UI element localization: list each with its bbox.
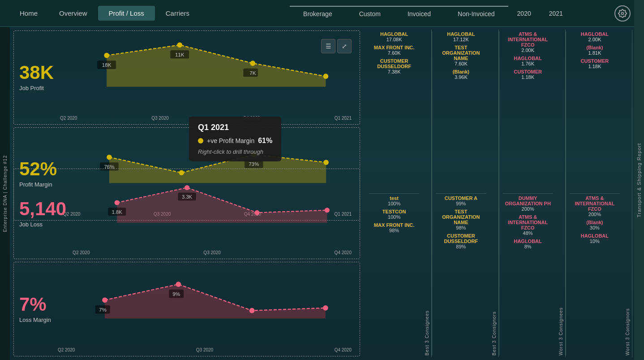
wc-lower: DUMMY ORGANIZATION PH 200% ATMS & INTERN… [503,194,553,356]
job-profit-section: 38K Job Profit [13,30,360,125]
bcr-name-2: TEST ORGANIZATION NAME [436,45,486,61]
wcr-name-2: (Blank) [570,45,620,50]
chart-tooltip: Q1 2021 +ve Profit Margin 61% Right-clic… [189,117,281,161]
profit-rows: 38K Job Profit [13,30,360,166]
wc-val-3: 1.18K [503,74,553,80]
side-label-right: Transport & Shipping Report [634,0,644,360]
wcr-upper: HAGLOBAL 2.00K (Blank) 1.81K CUSTOMER 1.… [570,31,620,194]
bc-item-3: CUSTOMER DUSSELDORF 7.38K [369,58,419,74]
svg-point-16 [323,160,329,165]
chart-icons-profit: ☰ ⤢ [321,39,352,53]
nav-year-2020[interactable]: 2020 [508,6,540,21]
tooltip-metric-label: +ve Profit Margin [207,137,254,144]
bcr-name-3: (Blank) [436,69,486,74]
wcr-val-3: 1.18K [570,64,620,69]
svg-point-23 [185,185,189,190]
wcr-name-4: ATMS & INTERNATIONAL FZCO [570,195,620,212]
svg-point-33 [249,308,255,313]
best-consignors-label: Best 3 Consignors [490,30,499,357]
bc-val-5: 100% [369,214,419,220]
bc-item-6: MAX FRONT INC. 98% [369,222,419,233]
bcr-upper: HAGLOBAL 17.12K TEST ORGANIZATION NAME 7… [436,31,486,194]
wcr-val-5: 30% [570,225,620,230]
tooltip-dot-icon [198,138,203,143]
worst-consignees-label: Worst 3 Consignees [557,30,566,357]
wc-item-4: DUMMY ORGANIZATION PH 200% [503,195,553,212]
job-loss-metric: 5,140 Job Loss [17,173,68,255]
svg-point-22 [115,200,120,205]
nav-brokerage[interactable]: Brokerage [290,6,346,21]
wc-name-6: HAGLOBAL [503,239,553,244]
bc-name-3: CUSTOMER DUSSELDORF [369,58,419,69]
svg-text:73%: 73% [249,161,259,167]
nav-non-invoiced[interactable]: Non-Invoiced [444,6,508,21]
nav-right: Brokerage Custom Invoiced Non-Invoiced 2… [290,6,572,21]
svg-point-5 [323,74,329,79]
bc-name-5: TESTCON [369,209,419,214]
svg-point-24 [255,210,260,215]
loss-margin-metric: 7% Loss Margin [17,266,53,352]
chart-expand-icon[interactable]: ⤢ [337,39,352,53]
best-consignors-wrapper: HAGLOBAL 17.12K TEST ORGANIZATION NAME 7… [432,30,498,357]
wcr-item-6: HAGLOBAL 10% [570,233,620,244]
bcr-item-1: HAGLOBAL 17.12K [436,31,486,42]
bc-name-2: MAX FRONT INC. [369,45,419,50]
chart-list-icon[interactable]: ☰ [321,39,335,53]
best-consignees-label: Best 3 Consignees [423,30,432,357]
nav-invoiced[interactable]: Invoiced [394,6,444,21]
worst-consignees-wrapper: ATMS & INTERNATIONAL FZCO 2.00K HAGLOBAL… [499,30,566,357]
wc-name-4: DUMMY ORGANIZATION PH [503,195,553,206]
nav-home[interactable]: Home [9,6,48,21]
job-loss-section: 5,140 Job Loss 1.8K 3.3K [13,169,360,259]
nav-overview[interactable]: Overview [48,6,98,21]
bc-item-2: MAX FRONT INC. 7.60K [369,45,419,56]
jl-x-q4: Q4 2020 [335,250,352,255]
wc-item-6: HAGLOBAL 8% [503,239,553,249]
nav-profit-loss[interactable]: Profit / Loss [98,6,155,21]
svg-point-2 [104,53,109,58]
bc-item-1: HAGLOBAL 17.08K [369,31,419,42]
svg-point-0 [622,12,624,14]
best-consignees-data: HAGLOBAL 17.08K MAX FRONT INC. 7.60K CUS… [365,30,423,357]
loss-margin-section: 7% Loss Margin 7% 9% [13,262,360,356]
nav-year-2021[interactable]: 2021 [540,6,572,21]
svg-text:7K: 7K [249,70,256,76]
x-q2-2020: Q2 2020 [60,116,77,121]
job-loss-value: 5,140 [19,200,66,218]
bc-item-5: TESTCON 100% [369,209,419,220]
nav-carriers[interactable]: Carriers [155,6,200,21]
wcr-val-2: 1.81K [570,50,620,56]
wcr-val-1: 2.00K [570,37,620,42]
worst-consignees-data: ATMS & INTERNATIONAL FZCO 2.00K HAGLOBAL… [499,30,557,357]
bcr-item-6: CUSTOMER DUSSELDORF 89% [436,233,486,249]
tooltip-title: Q1 2021 [198,123,272,132]
nav-custom[interactable]: Custom [346,6,394,21]
job-loss-svg: 1.8K 3.3K [68,173,356,243]
bc-lower: test 100% TESTCON 100% MAX FRONT INC. 98… [369,194,419,356]
wcr-lower: ATMS & INTERNATIONAL FZCO 200% (Blank) 3… [570,194,620,356]
bcr-item-2: TEST ORGANIZATION NAME 7.60K [436,45,486,66]
bcr-item-5: TEST ORGANIZATION NAME 98% [436,209,486,230]
bcr-name-1: HAGLOBAL [436,31,486,37]
bc-val-3: 7.38K [369,69,419,74]
tooltip-metric-value: 61% [258,137,272,145]
loss-margin-svg: 7% 9% [53,266,356,339]
lm-x-q2: Q2 2020 [58,347,75,352]
lm-x-q4: Q4 2020 [335,347,352,352]
worst-consignors-wrapper: HAGLOBAL 2.00K (Blank) 1.81K CUSTOMER 1.… [566,30,632,357]
wc-val-2: 1.76K [503,61,553,66]
bcr-name-6: CUSTOMER DUSSELDORF [436,233,486,244]
settings-icon[interactable] [614,5,631,22]
job-loss-label: Job Loss [19,221,66,228]
wc-name-5: ATMS & INTERNATIONAL FZCO [503,214,553,230]
bcr-item-4: CUSTOMER A 99% [436,195,486,206]
bcr-lower: CUSTOMER A 99% TEST ORGANIZATION NAME 98… [436,194,486,356]
wc-upper: ATMS & INTERNATIONAL FZCO 2.00K HAGLOBAL… [503,31,553,194]
wc-val-5: 48% [503,230,553,236]
right-panel: HAGLOBAL 17.08K MAX FRONT INC. 7.60K CUS… [364,27,634,360]
report-title-label: Transport & Shipping Report [636,143,642,217]
tooltip-row: +ve Profit Margin 61% [198,137,272,145]
bcr-val-4: 99% [436,201,486,206]
bcr-val-6: 89% [436,244,486,249]
x-q1-2021: Q1 2021 [335,116,352,121]
